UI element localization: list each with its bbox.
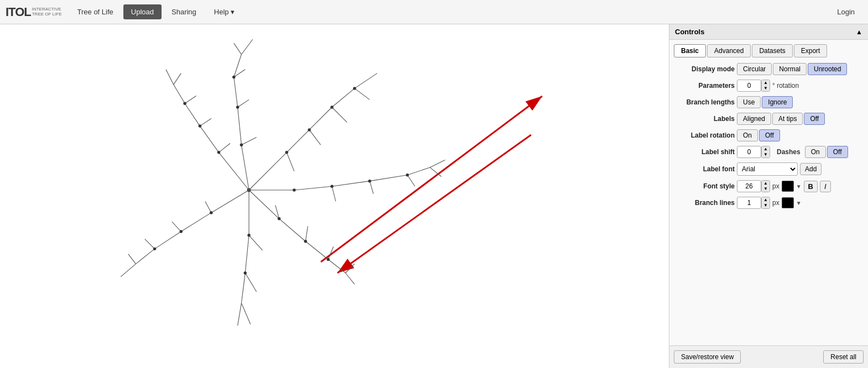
- svg-line-10: [332, 107, 347, 122]
- rotation-unit: ° rotation: [772, 82, 799, 90]
- svg-point-72: [368, 180, 371, 182]
- branch-lines-label: Branch lines: [674, 199, 735, 207]
- font-size-up[interactable]: ▲: [762, 181, 770, 186]
- svg-line-14: [294, 186, 332, 190]
- svg-line-44: [136, 249, 154, 264]
- svg-line-26: [234, 55, 242, 77]
- branch-lines-spinner[interactable]: ▲ ▼: [761, 197, 770, 209]
- label-rotation-on[interactable]: On: [737, 129, 758, 141]
- font-italic-btn[interactable]: I: [820, 181, 831, 192]
- svg-line-52: [241, 273, 245, 303]
- rotation-down[interactable]: ▼: [762, 86, 770, 91]
- labels-aligned[interactable]: Aligned: [737, 113, 771, 125]
- label-font-add-btn[interactable]: Add: [800, 163, 822, 175]
- svg-line-16: [370, 175, 407, 181]
- branch-color-dropdown-icon[interactable]: ▼: [796, 200, 802, 206]
- tab-advanced[interactable]: Advanced: [707, 44, 751, 57]
- login-link[interactable]: Login: [829, 4, 862, 19]
- svg-line-6: [309, 107, 332, 130]
- svg-line-31: [241, 138, 256, 145]
- controls-body: Basic Advanced Datasets Export Display m…: [669, 40, 868, 345]
- rotation-input[interactable]: [737, 80, 761, 92]
- labels-row: Labels Aligned At tips Off: [674, 113, 864, 125]
- rotation-up[interactable]: ▲: [762, 80, 770, 86]
- controls-collapse-icon[interactable]: ▲: [856, 28, 862, 36]
- svg-line-58: [279, 219, 306, 241]
- branch-lines-row: Branch lines ▲ ▼ px ▼: [674, 197, 864, 209]
- branch-lines-unit: px: [772, 199, 779, 207]
- branch-lengths-use[interactable]: Use: [737, 96, 761, 108]
- label-rotation-label: Label rotation: [674, 132, 735, 139]
- label-shift-up[interactable]: ▲: [762, 146, 770, 152]
- font-bold-btn[interactable]: B: [804, 181, 818, 192]
- rotation-spinner[interactable]: ▲ ▼: [761, 80, 770, 92]
- controls-footer: Save/restore view Reset all: [669, 345, 868, 368]
- svg-line-15: [332, 181, 370, 187]
- display-mode-unrooted[interactable]: Unrooted: [808, 63, 847, 75]
- help-dropdown-icon: ▾: [231, 8, 235, 16]
- svg-point-75: [236, 106, 239, 108]
- branch-lines-input[interactable]: [737, 197, 761, 209]
- svg-line-30: [238, 99, 249, 107]
- svg-point-82: [153, 248, 156, 250]
- svg-line-61: [346, 273, 355, 284]
- font-size-input[interactable]: [737, 180, 761, 192]
- font-color-dropdown-icon[interactable]: ▼: [796, 183, 802, 190]
- save-restore-btn[interactable]: Save/restore view: [674, 350, 741, 364]
- svg-point-69: [353, 87, 356, 90]
- rotation-spinner-wrap: ▲ ▼: [737, 80, 770, 92]
- label-shift-spinner-wrap: ▲ ▼: [737, 146, 770, 158]
- labels-at-tips[interactable]: At tips: [772, 113, 803, 125]
- nav-tree-of-life[interactable]: Tree of Life: [70, 4, 121, 19]
- svg-line-60: [328, 259, 345, 273]
- nav-upload[interactable]: Upload: [123, 4, 162, 19]
- label-shift-row: Label shift ▲ ▼ Dashes On Off: [674, 146, 864, 158]
- tab-export[interactable]: Export: [794, 44, 828, 57]
- tree-canvas[interactable]: [0, 24, 669, 368]
- svg-line-5: [287, 130, 309, 153]
- font-size-spinner[interactable]: ▲ ▼: [761, 180, 770, 192]
- label-font-select[interactable]: Arial: [737, 162, 798, 176]
- svg-point-77: [217, 151, 220, 154]
- font-size-down[interactable]: ▼: [762, 186, 770, 192]
- branch-lengths-ignore[interactable]: Ignore: [762, 96, 793, 108]
- svg-line-24: [238, 107, 242, 145]
- dashes-btn-group: On Off: [805, 146, 848, 158]
- label-shift-input[interactable]: [737, 146, 761, 158]
- svg-line-17: [407, 167, 430, 175]
- display-mode-normal[interactable]: Normal: [773, 63, 807, 75]
- dashes-on[interactable]: On: [805, 146, 826, 158]
- svg-line-41: [211, 190, 249, 213]
- branch-lines-down[interactable]: ▼: [762, 203, 770, 208]
- logo: ITOL INTERACTIVE TREE OF LIFE: [6, 5, 62, 19]
- tab-datasets[interactable]: Datasets: [752, 44, 792, 57]
- dashes-off[interactable]: Off: [827, 146, 848, 158]
- controls-panel: Controls ▲ Basic Advanced Datasets Expor…: [669, 24, 868, 368]
- font-color-box[interactable]: [782, 181, 794, 192]
- branch-color-box[interactable]: [782, 197, 794, 208]
- reset-all-btn[interactable]: Reset all: [823, 350, 864, 364]
- labels-off[interactable]: Off: [804, 113, 825, 125]
- tree-svg: [0, 24, 498, 356]
- display-mode-label: Display mode: [674, 65, 735, 73]
- svg-line-21: [370, 181, 373, 194]
- font-size-spinner-wrap: ▲ ▼: [737, 180, 770, 192]
- svg-point-67: [308, 128, 310, 131]
- branch-lines-up[interactable]: ▲: [762, 197, 770, 203]
- svg-point-87: [326, 258, 329, 261]
- svg-line-32: [219, 153, 249, 190]
- font-size-unit: px: [772, 182, 779, 190]
- nav-sharing[interactable]: Sharing: [164, 4, 204, 19]
- svg-point-84: [243, 271, 246, 274]
- label-shift-spinner[interactable]: ▲ ▼: [761, 146, 770, 158]
- svg-line-47: [145, 239, 155, 249]
- nav-help[interactable]: Help ▾: [206, 4, 242, 19]
- branch-lines-spinner-wrap: ▲ ▼: [737, 197, 770, 209]
- svg-line-19: [430, 167, 441, 176]
- svg-point-68: [330, 106, 333, 108]
- tab-basic[interactable]: Basic: [674, 44, 706, 57]
- label-shift-down[interactable]: ▼: [762, 152, 770, 157]
- svg-line-48: [172, 222, 181, 232]
- label-rotation-off[interactable]: Off: [759, 129, 780, 141]
- display-mode-circular[interactable]: Circular: [737, 63, 772, 75]
